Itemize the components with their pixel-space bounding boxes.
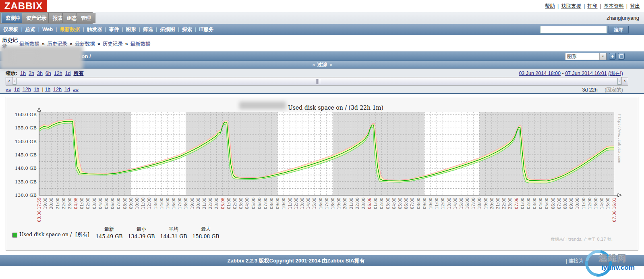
- chevron-up-icon: »: [310, 63, 317, 66]
- svg-text:10:00: 10:00: [575, 198, 580, 209]
- svg-text:140.0 GB: 140.0 GB: [15, 165, 37, 171]
- svg-text:07:00: 07:00: [557, 198, 561, 209]
- graph-type-select[interactable]: 图形 ▼: [565, 53, 607, 60]
- svg-text:150.0 GB: 150.0 GB: [15, 139, 37, 144]
- svg-text:17:00: 17:00: [471, 198, 476, 209]
- tab-inventory[interactable]: 资产记录: [22, 13, 51, 23]
- censored-hostname: [12, 51, 39, 60]
- svg-text:05.06: 05.06: [221, 198, 225, 209]
- svg-text:01:00: 01:00: [80, 198, 84, 209]
- nav-back-fast[interactable]: ««: [6, 87, 11, 92]
- zoom-3h[interactable]: 3h: [37, 71, 43, 76]
- scroll-right-button[interactable]: ›: [621, 77, 628, 85]
- svg-text:06.06: 06.06: [367, 198, 372, 209]
- svg-text:04:00: 04:00: [98, 198, 103, 209]
- separator: |: [156, 27, 157, 32]
- svg-text:12:00: 12:00: [441, 198, 445, 209]
- svg-text:160.0 GB: 160.0 GB: [15, 112, 37, 117]
- nav-back-1h[interactable]: 1h: [34, 87, 39, 92]
- svg-text:13:00: 13:00: [300, 198, 304, 209]
- svg-text:22:00: 22:00: [502, 198, 506, 209]
- menu-discovery[interactable]: 探索: [182, 27, 192, 32]
- separator: |: [195, 27, 196, 32]
- zoom-12h[interactable]: 12h: [54, 71, 62, 76]
- menu-events[interactable]: 事件: [109, 27, 119, 32]
- svg-text:10:00: 10:00: [429, 198, 433, 209]
- breadcrumb-link[interactable]: 最新数据: [130, 41, 151, 47]
- menu-screens[interactable]: 筛选: [143, 27, 153, 32]
- menu-graphs[interactable]: 图形: [126, 27, 136, 32]
- scroll-resize-left-handle[interactable]: ‹: [13, 78, 17, 85]
- svg-text:11:00: 11:00: [435, 198, 439, 209]
- scroll-resize-right-handle[interactable]: ›: [617, 78, 621, 85]
- menu-triggers[interactable]: 触发器: [87, 27, 102, 32]
- profile-link[interactable]: 基本资料: [604, 3, 624, 9]
- svg-text:16:00: 16:00: [319, 198, 323, 209]
- period-fixed-label: (固定的): [605, 87, 623, 93]
- svg-text:23:00: 23:00: [361, 198, 366, 209]
- svg-text:23:00: 23:00: [214, 198, 219, 209]
- menu-web[interactable]: Web: [42, 27, 53, 32]
- svg-text:09:00: 09:00: [275, 198, 280, 209]
- zoom-1d[interactable]: 1d: [65, 71, 71, 76]
- nav-fwd-12h[interactable]: 12h: [53, 87, 62, 92]
- period-nav: ««1d12h1h| 1h12h1d»»: [6, 87, 81, 92]
- fullscreen-button[interactable]: [618, 53, 625, 60]
- search-input[interactable]: [540, 26, 607, 33]
- sub-menu: 仪表板|总览|Web|最新数据|触发器|事件|图形|筛选|拓撲图|探索|IT服务: [3, 26, 213, 33]
- svg-text:05:00: 05:00: [545, 198, 549, 209]
- logout-link[interactable]: 登出: [630, 3, 640, 9]
- zoom-1h[interactable]: 1h: [20, 71, 26, 76]
- svg-text:11:00: 11:00: [288, 198, 292, 209]
- separator: |: [178, 27, 179, 32]
- print-link[interactable]: 打印: [588, 3, 598, 9]
- nav-fwd-fast[interactable]: »»: [73, 87, 79, 92]
- svg-text:01:00: 01:00: [373, 198, 378, 209]
- range-start-link[interactable]: 03 Jun 2014 18:00: [519, 71, 561, 76]
- svg-text:09:00: 09:00: [422, 198, 427, 209]
- svg-text:08:00: 08:00: [416, 198, 421, 209]
- tab-administration[interactable]: 管理: [77, 13, 95, 23]
- filter-toggle[interactable]: »过滤»: [0, 61, 644, 68]
- breadcrumb-link[interactable]: 历史记录: [103, 41, 123, 47]
- scroll-left-button[interactable]: ‹: [6, 77, 12, 85]
- range-end-link[interactable]: 07 Jun 2014 16:01: [565, 71, 607, 76]
- search-button[interactable]: 搜寻: [609, 26, 629, 33]
- svg-text:03.06 17:59: 03.06 17:59: [37, 198, 41, 222]
- menu-latest-data[interactable]: 最新数据: [60, 27, 80, 32]
- nav-back-12h[interactable]: 12h: [23, 87, 31, 92]
- zoom-6h[interactable]: 6h: [46, 71, 51, 76]
- svg-text:07:00: 07:00: [263, 198, 268, 209]
- help-link[interactable]: 帮助: [545, 3, 555, 9]
- current-user: zhangjunyang: [607, 15, 639, 21]
- svg-text:130.0 GB: 130.0 GB: [15, 192, 37, 198]
- menu-overview[interactable]: 总览: [25, 27, 35, 32]
- svg-text:14:00: 14:00: [306, 198, 311, 209]
- menu-it-services[interactable]: IT服务: [199, 27, 213, 32]
- nav-fwd-1d[interactable]: 1d: [64, 87, 70, 92]
- support-link[interactable]: 获取支援: [561, 3, 581, 9]
- zoom-2h[interactable]: 2h: [29, 71, 34, 76]
- fullscreen-icon: [619, 54, 623, 58]
- nav-back-1d[interactable]: 1d: [14, 87, 20, 92]
- legend-swatch: [12, 233, 17, 237]
- svg-text:10:00: 10:00: [135, 198, 139, 209]
- zoom-all[interactable]: 所有: [74, 71, 84, 76]
- zabbix-logo[interactable]: ZABBIX: [0, 0, 47, 12]
- svg-text:06:00: 06:00: [551, 198, 555, 209]
- copyright-text: Zabbix 2.2.3 版权Copyright 2001-2014 由Zabb…: [0, 257, 592, 264]
- stat-max: 最大 158.08 GB: [189, 226, 223, 239]
- add-to-favourites-button[interactable]: +: [609, 53, 616, 60]
- range-now-link[interactable]: (现在!): [608, 71, 623, 76]
- svg-text:20:00: 20:00: [490, 198, 494, 209]
- time-scrollbar[interactable]: ‹ ‹ › ›: [6, 77, 628, 85]
- separator: |: [56, 27, 57, 32]
- nav-fwd-1h[interactable]: 1h: [45, 87, 50, 92]
- menu-dashboard[interactable]: 仪表板: [3, 27, 19, 32]
- svg-text:04.06: 04.06: [74, 198, 78, 209]
- svg-text:03:00: 03:00: [239, 198, 243, 209]
- svg-text:04:00: 04:00: [538, 198, 543, 209]
- scroll-drag-grip[interactable]: [316, 79, 321, 84]
- menu-maps[interactable]: 拓撲图: [160, 27, 175, 32]
- svg-text:18:00: 18:00: [331, 198, 335, 209]
